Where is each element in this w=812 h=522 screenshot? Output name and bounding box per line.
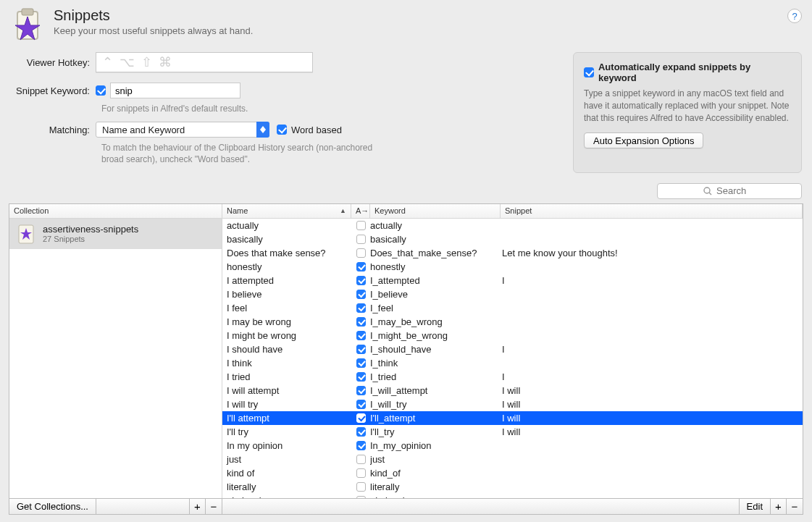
table-row[interactable]: Does that make sense?Does_that_make_sens…: [222, 246, 803, 260]
snippet-keyword-input[interactable]: [110, 83, 240, 98]
table-row[interactable]: I may be wrongI_may_be_wrong: [222, 315, 803, 329]
snippet-name: I'll try: [222, 426, 351, 437]
snippet-keyword: I_may_be_wrong: [370, 316, 501, 327]
snippet-enabled-checkbox[interactable]: [356, 496, 366, 498]
snippet-keyword: I_will_try: [370, 399, 501, 410]
table-row[interactable]: basicallybasically: [222, 232, 803, 246]
snippet-name: I believe: [222, 289, 351, 300]
snippet-enabled-checkbox[interactable]: [356, 468, 366, 478]
table-row[interactable]: I attemptedI_attemptedI: [222, 274, 803, 287]
snippet-enabled-checkbox[interactable]: [356, 262, 366, 271]
snippet-enabled-checkbox[interactable]: [356, 400, 366, 409]
search-icon: [703, 187, 712, 195]
snippet-name: I will try: [222, 399, 351, 410]
search-field[interactable]: [657, 183, 802, 199]
snippet-enabled-checkbox[interactable]: [356, 441, 366, 450]
table-row[interactable]: justjust: [222, 452, 803, 466]
table-row[interactable]: honestlyhonestly: [222, 260, 803, 274]
snippet-enabled-checkbox[interactable]: [356, 345, 366, 354]
snippet-enabled-checkbox[interactable]: [356, 276, 366, 285]
matching-select[interactable]: Name and Keyword: [96, 122, 269, 138]
snippet-keyword: honestly: [370, 261, 501, 272]
add-snippet-button[interactable]: +: [771, 499, 787, 515]
table-row[interactable]: I might be wrongI_might_be_wrong: [222, 329, 803, 342]
snippet-enabled-checkbox[interactable]: [356, 372, 366, 382]
table-row[interactable]: I'll attemptI'll_attemptI will: [222, 411, 803, 425]
viewer-hotkey-label: Viewer Hotkey:: [10, 57, 96, 68]
snippet-enabled-checkbox[interactable]: [356, 386, 366, 395]
snippet-keyword: I_might_be_wrong: [370, 330, 501, 341]
col-snippet[interactable]: Snippet: [501, 204, 803, 218]
remove-snippet-button[interactable]: −: [787, 499, 803, 515]
auto-expand-panel: Automatically expand snippets by keyword…: [573, 52, 802, 173]
col-enabled[interactable]: A→: [351, 204, 370, 218]
snippet-enabled-checkbox[interactable]: [356, 413, 366, 423]
snippet-keyword: I_feel: [370, 303, 501, 313]
add-collection-button[interactable]: +: [190, 499, 206, 515]
snippet-enabled-checkbox[interactable]: [356, 331, 366, 340]
snippet-name: Does that make sense?: [222, 248, 351, 258]
snippet-enabled-checkbox[interactable]: [356, 427, 366, 437]
help-button[interactable]: ?: [787, 9, 802, 23]
col-name[interactable]: Name ▲: [222, 204, 351, 218]
auto-expansion-options-button[interactable]: Auto Expansion Options: [584, 132, 703, 148]
col-keyword[interactable]: Keyword: [370, 204, 501, 218]
snippet-enabled-checkbox[interactable]: [356, 317, 366, 327]
snippet-enabled-checkbox[interactable]: [356, 221, 366, 230]
table-row[interactable]: literallyliterally: [222, 480, 803, 494]
svg-line-6: [709, 193, 711, 195]
snippet-preview: I: [501, 344, 803, 355]
snippet-keyword-enable-checkbox[interactable]: [96, 85, 106, 96]
table-row[interactable]: I'll tryI'll_tryI will: [222, 425, 803, 439]
snippet-enabled-checkbox[interactable]: [356, 482, 366, 492]
table-row[interactable]: I will attemptI_will_attemptI will: [222, 384, 803, 397]
edit-button[interactable]: Edit: [740, 499, 771, 515]
remove-collection-button[interactable]: −: [206, 499, 222, 515]
snippet-keyword: I_believe: [370, 289, 501, 300]
snippet-enabled-checkbox[interactable]: [356, 358, 366, 368]
table-row[interactable]: actuallyactually: [222, 219, 803, 232]
snippet-keyword: actually: [370, 220, 501, 231]
snippet-keyword: basically: [370, 234, 501, 245]
table-row[interactable]: kind ofkind_of: [222, 466, 803, 480]
auto-expand-checkbox[interactable]: [584, 67, 594, 77]
word-based-checkbox[interactable]: [277, 125, 287, 135]
page-subtitle: Keep your most useful snippets always at…: [54, 25, 253, 36]
snippet-preview: Let me know your thoughts!: [501, 248, 803, 258]
auto-expand-desc: Type a snippet keyword in any macOS text…: [584, 88, 791, 124]
snippet-name: literally: [222, 481, 351, 492]
snippet-keyword: I_attempted: [370, 275, 501, 286]
snippet-enabled-checkbox[interactable]: [356, 235, 366, 244]
snippet-name: obviously: [222, 495, 351, 498]
snippet-keyword: just: [370, 454, 501, 465]
table-row[interactable]: I will tryI_will_tryI will: [222, 397, 803, 411]
snippet-enabled-checkbox[interactable]: [356, 248, 366, 258]
snippet-preview: I: [501, 275, 803, 286]
page-title: Snippets: [54, 7, 253, 24]
snippet-enabled-checkbox[interactable]: [356, 290, 366, 299]
viewer-hotkey-field[interactable]: ⌃ ⌥ ⇧ ⌘: [96, 52, 313, 72]
collection-count: 27 Snippets: [43, 235, 138, 243]
snippet-keyword: I_tried: [370, 371, 501, 382]
snippet-keyword: I_will_attempt: [370, 385, 501, 396]
snippet-name: I think: [222, 358, 351, 369]
table-row[interactable]: I thinkI_think: [222, 356, 803, 370]
table-row[interactable]: obviouslyobviously: [222, 494, 803, 498]
table-row[interactable]: I feelI_feel: [222, 301, 803, 315]
table-row[interactable]: In my opinionIn_my_opinion: [222, 439, 803, 452]
table-row[interactable]: I should haveI_should_haveI: [222, 342, 803, 356]
table-row[interactable]: I believeI_believe: [222, 287, 803, 301]
svg-marker-2: [15, 17, 40, 40]
snippet-keyword: In_my_opinion: [370, 440, 501, 451]
collection-row[interactable]: assertiveness-snippets 27 Snippets: [9, 219, 222, 249]
get-collections-button[interactable]: Get Collections...: [9, 499, 96, 515]
snippet-name: basically: [222, 234, 351, 245]
snippet-name: I may be wrong: [222, 316, 351, 327]
snippet-name: I will attempt: [222, 385, 351, 396]
snippet-enabled-checkbox[interactable]: [356, 303, 366, 313]
collection-header[interactable]: Collection: [9, 204, 222, 218]
snippet-enabled-checkbox[interactable]: [356, 455, 366, 464]
collection-name: assertiveness-snippets: [43, 224, 138, 235]
search-input[interactable]: [715, 185, 756, 197]
table-row[interactable]: I triedI_triedI: [222, 370, 803, 384]
